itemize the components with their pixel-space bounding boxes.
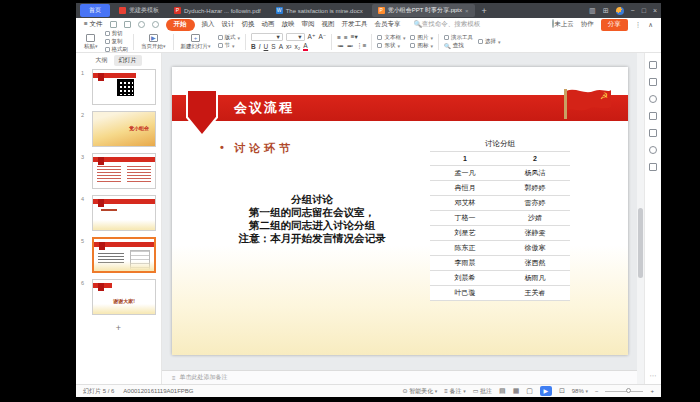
notes-input[interactable]: ≡ 单击此处添加备注 <box>162 370 637 384</box>
zoom-level[interactable]: 98% ▾ <box>572 388 588 394</box>
slide-bullet-text[interactable]: 讨论环节 <box>234 141 294 156</box>
smart-beautify-icon[interactable] <box>649 95 657 103</box>
save-icon[interactable] <box>110 21 117 28</box>
redo-icon[interactable] <box>152 21 159 28</box>
superscript-button[interactable]: x² <box>286 43 291 50</box>
ribbon-tab-review[interactable]: 审阅 <box>302 20 315 29</box>
format-painter-button[interactable]: 格式刷 <box>105 46 129 53</box>
ribbon-tab-design[interactable]: 设计 <box>222 20 235 29</box>
slide-body-text[interactable]: 分组讨论 第一组的同志留在会议室， 第二组的同志进入讨论分组 注意：本月开始发言… <box>178 193 446 245</box>
underline-button[interactable]: U <box>264 43 269 50</box>
font-size-select[interactable]: ▾ <box>286 33 305 41</box>
shapes-button[interactable]: 形状▾ <box>377 42 405 49</box>
slide-thumbnail-4[interactable] <box>92 195 156 231</box>
doc-tab-pdf[interactable]: P Dyduch-Hazar ... followin.pdf <box>168 5 267 16</box>
slides-tab[interactable]: 幻灯片 <box>114 55 142 66</box>
settings-pane-icon[interactable] <box>649 146 657 154</box>
section-button[interactable]: 节▾ <box>218 42 241 49</box>
bold-button[interactable]: B <box>251 43 256 50</box>
outline-tab[interactable]: 大纲 <box>96 56 108 65</box>
slide-title[interactable]: 会议流程 <box>234 95 294 121</box>
zoom-out-button[interactable]: − <box>595 388 599 394</box>
add-slide-button[interactable]: + <box>76 321 161 337</box>
slide-canvas[interactable]: 会议流程 ☭ 讨论环节 分组讨论 第一组的同志留在会议室， 第二组的同志进入讨论… <box>162 53 637 384</box>
font-color-button[interactable]: A <box>303 42 307 51</box>
font-family-select[interactable]: ▾ <box>251 33 283 41</box>
properties-pane-icon[interactable] <box>649 61 657 69</box>
collapse-ribbon-icon[interactable]: ∧ <box>648 21 653 29</box>
close-tab-icon[interactable]: × <box>465 8 469 14</box>
more-panes-icon[interactable]: ⋯ <box>650 372 657 384</box>
share-button[interactable]: 分享 <box>601 19 628 31</box>
select-button[interactable]: 选择▾ <box>478 38 501 45</box>
play-from-current-button[interactable]: ▶ 当页开始▾ <box>139 34 168 50</box>
slide-sorter-icon[interactable]: ▦ <box>513 387 520 395</box>
increase-font-icon[interactable]: A⁺ <box>308 33 316 41</box>
slide-thumbnail-6[interactable]: 谢谢大家! <box>92 279 156 315</box>
play-slideshow-button[interactable]: ▶ <box>540 386 552 396</box>
notes-toggle[interactable]: ≡ 备注 ▾ <box>444 387 465 396</box>
account-avatar[interactable] <box>616 7 624 15</box>
bullet-list-icon[interactable]: ≔ <box>337 42 344 50</box>
resource-pane-icon[interactable] <box>649 129 657 137</box>
doc-tab-template[interactable]: 党建类模板 <box>113 4 165 17</box>
maximize-button[interactable]: □ <box>642 7 646 14</box>
ribbon-tab-insert[interactable]: 插入 <box>202 20 215 29</box>
copy-button[interactable]: 复制 <box>105 38 129 45</box>
split-view-icon[interactable]: ▥ <box>589 7 596 15</box>
slide-thumbnail-1[interactable] <box>92 69 156 105</box>
minimize-button[interactable]: − <box>631 7 635 14</box>
ribbon-tab-slideshow[interactable]: 放映 <box>282 20 295 29</box>
find-button[interactable]: 🔍查找 <box>444 42 473 49</box>
subscript-button[interactable]: x₂ <box>294 43 300 50</box>
apps-grid-icon[interactable]: ⊞ <box>603 7 609 15</box>
command-search-input[interactable]: 🔍查找命令、搜索模板 <box>414 20 481 29</box>
zoom-slider[interactable] <box>605 391 643 392</box>
slide-thumbnail-2[interactable]: 党小组会 <box>92 111 156 147</box>
ribbon-tab-view[interactable]: 视图 <box>322 20 335 29</box>
fit-slide-icon[interactable]: ⊡ <box>559 387 565 395</box>
smart-beautify-button[interactable]: ⊙ 智能美化 ▾ <box>402 387 437 396</box>
cut-button[interactable]: 剪切 <box>105 30 129 37</box>
present-tools-button[interactable]: 演示工具 <box>444 34 473 41</box>
icons-button[interactable]: 图标▾ <box>410 42 433 49</box>
layout-button[interactable]: 版式▾ <box>218 34 241 41</box>
animation-pane-icon[interactable] <box>649 78 657 86</box>
strikethrough-button[interactable]: S <box>271 43 275 50</box>
current-slide[interactable]: 会议流程 ☭ 讨论环节 分组讨论 第一组的同志留在会议室， 第二组的同志进入讨论… <box>172 67 628 355</box>
zoom-slider-knob[interactable] <box>626 388 631 393</box>
new-slide-button[interactable]: + 新建幻灯片▾ <box>179 34 213 50</box>
ribbon-tab-member[interactable]: 会员专享 <box>375 20 401 29</box>
ribbon-tab-devtools[interactable]: 开发工具 <box>342 20 368 29</box>
normal-view-icon[interactable]: ▤ <box>499 387 506 395</box>
doc-tab-docx[interactable]: W The satisfaction is mine.docx <box>270 5 369 16</box>
textbox-button[interactable]: 文本框▾ <box>377 34 405 41</box>
align-center-icon[interactable]: ≡ <box>344 34 348 41</box>
shadow-button[interactable]: A <box>279 43 283 50</box>
zoom-in-button[interactable]: + <box>650 388 654 394</box>
italic-button[interactable]: I <box>259 43 261 50</box>
scrollbar-thumb[interactable] <box>638 208 643 278</box>
undo-icon[interactable] <box>138 21 145 28</box>
ribbon-tab-animation[interactable]: 动画 <box>262 20 275 29</box>
discussion-groups-table[interactable]: 讨论分组 1 2 孟一凡杨凤洁 冉恒月郭婷婷 邓艾林雷亦婷 丁格一沙婧 刘星艺张… <box>430 137 570 301</box>
number-list-icon[interactable]: ≕ <box>347 42 354 50</box>
slide-thumbnail-5-selected[interactable] <box>92 237 156 273</box>
ribbon-tab-home[interactable]: 开始 <box>166 19 195 31</box>
ribbon-tab-transition[interactable]: 切换 <box>242 20 255 29</box>
cloud-status[interactable]: 未上云 <box>552 20 574 29</box>
file-menu[interactable]: ≡ 文件 <box>84 20 103 29</box>
layout-pane-icon[interactable] <box>649 112 657 120</box>
close-button[interactable]: × <box>653 7 657 14</box>
picture-button[interactable]: 图片▾ <box>410 34 433 41</box>
paste-button[interactable]: 粘贴▾ <box>82 34 100 50</box>
vertical-scrollbar[interactable] <box>637 53 644 384</box>
doc-tab-pptx-active[interactable]: P 党小组会PPT 时事分享.pptx × <box>372 4 475 17</box>
slide-thumbnail-3[interactable] <box>92 153 156 189</box>
reading-view-icon[interactable]: ▢ <box>526 387 533 395</box>
collab-button[interactable]: 协作 <box>581 20 594 29</box>
print-icon[interactable] <box>124 21 131 28</box>
align-left-icon[interactable]: ≡ <box>337 34 341 41</box>
more-menu-icon[interactable]: ⋮ <box>635 21 642 29</box>
line-spacing-icon[interactable]: ≡▾ <box>351 33 358 41</box>
